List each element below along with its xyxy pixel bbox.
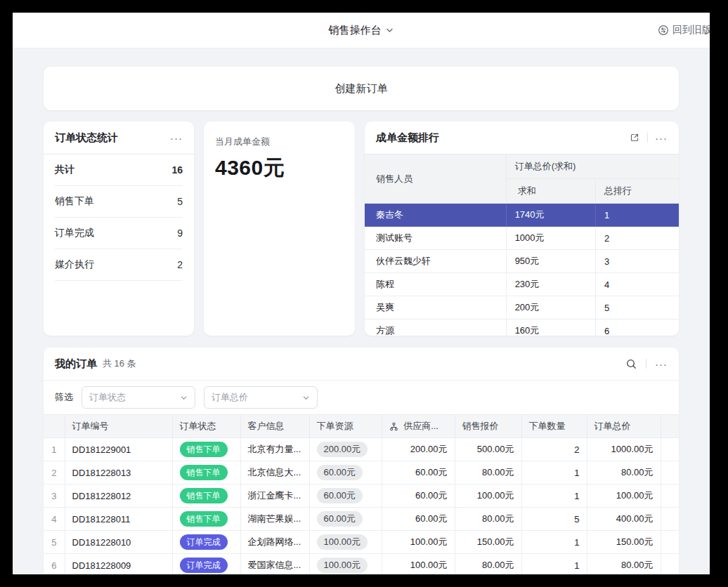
ranking-row[interactable]: 方源160元6 — [365, 319, 679, 336]
resource-badge: 100.00元 — [317, 534, 368, 550]
expand-icon[interactable] — [629, 132, 640, 143]
page-title-dropdown[interactable]: 销售操作台 — [329, 13, 394, 48]
create-order-button[interactable]: 创建新订单 — [44, 67, 679, 110]
status-badge: 订单完成 — [180, 534, 228, 550]
ranking-card: 成单金额排行 ··· 销售人员 — [365, 121, 679, 336]
ranking-sum: 200元 — [506, 296, 595, 319]
quantity-cell: 5 — [521, 508, 587, 531]
status-badge: 销售下单 — [180, 442, 228, 457]
order-status-cell: 销售下单 — [172, 484, 240, 508]
ranking-rank: 6 — [596, 319, 679, 336]
client-info-cell: 浙江金鹰卡... — [240, 484, 309, 508]
total-cell: 80.00元 — [587, 461, 661, 484]
col-quantity[interactable]: 下单数量 — [521, 415, 587, 438]
filter-order-total[interactable]: 订单总价 — [204, 386, 318, 409]
order-row[interactable]: 3DD181228012销售下单浙江金鹰卡...60.00元60.00元100.… — [44, 484, 679, 508]
col-total[interactable]: 订单总价 — [587, 415, 661, 438]
col-order-id[interactable]: 订单编号 — [65, 415, 172, 438]
ranking-person: 测试账号 — [365, 227, 506, 250]
ranking-col-person[interactable]: 销售人员 — [365, 154, 506, 204]
status-row-value: 5 — [177, 196, 183, 207]
ranking-sum: 950元 — [506, 250, 595, 273]
top-bar: 销售操作台 回到旧版 — [13, 13, 710, 48]
order-row[interactable]: 5DD181228010订单完成企划路网络...100.00元100.00元15… — [44, 531, 679, 554]
order-id-cell: DD181228009 — [65, 554, 172, 575]
my-orders-card: 我的订单 共 16 条 ··· 筛选 订单状态 — [44, 348, 679, 574]
status-row[interactable]: 媒介执行2 — [55, 249, 183, 281]
order-id-cell: DD181228010 — [65, 531, 172, 554]
order-id-cell: DD181228013 — [65, 461, 172, 484]
ranking-row[interactable]: 陈程230元4 — [365, 273, 679, 296]
order-status-list: 共计16销售下单5订单完成9媒介执行2 — [44, 154, 194, 281]
resource-badge: 200.00元 — [317, 442, 368, 457]
status-row-label: 订单完成 — [55, 227, 94, 239]
stub-cell — [661, 531, 679, 554]
ranking-person: 吴爽 — [365, 296, 506, 319]
more-menu-icon[interactable]: ··· — [655, 133, 668, 143]
order-row[interactable]: 1DD181229001销售下单北京有力量...200.00元200.00元50… — [44, 438, 679, 461]
resource-badge: 60.00元 — [317, 465, 363, 480]
stub-cell — [661, 484, 679, 508]
search-icon[interactable] — [625, 358, 637, 370]
ranking-table: 销售人员 订单总价(求和) 求和 总排行 秦吉冬1740元1测试账号1000元2… — [365, 154, 679, 336]
col-quote[interactable]: 销售报价 — [455, 415, 521, 438]
ranking-col-group[interactable]: 订单总价(求和) — [506, 154, 679, 179]
col-resource[interactable]: 下单资源 — [309, 415, 382, 438]
ranking-person: 伙伴云魏少轩 — [365, 250, 506, 273]
ranking-rank: 3 — [596, 250, 679, 273]
client-info-cell: 北京信息大... — [240, 461, 309, 484]
stub-cell — [661, 438, 679, 461]
status-row-label: 销售下单 — [55, 195, 94, 208]
app-window: 销售操作台 回到旧版 创建新订单 订单状态统计 ··· 共计16销售下单5订单 — [13, 13, 710, 574]
create-order-label: 创建新订单 — [335, 82, 388, 95]
status-row[interactable]: 共计16 — [55, 154, 183, 186]
resource-cell: 60.00元 — [309, 461, 382, 484]
ranking-card-title: 成单金额排行 — [376, 131, 439, 145]
total-cell: 400.00元 — [587, 508, 661, 531]
col-client-info[interactable]: 客户信息 — [240, 415, 309, 438]
ranking-row[interactable]: 测试账号1000元2 — [365, 227, 679, 250]
filter-order-status[interactable]: 订单状态 — [82, 386, 195, 409]
ranking-sum: 1000元 — [506, 227, 595, 250]
order-row-number: 2 — [44, 461, 65, 484]
ranking-rank: 5 — [596, 296, 679, 319]
more-menu-icon[interactable]: ··· — [655, 359, 668, 369]
quote-cell: 150.00元 — [455, 531, 521, 554]
more-menu-icon[interactable]: ··· — [170, 133, 183, 143]
order-row[interactable]: 2DD181228013销售下单北京信息大...60.00元60.00元80.0… — [44, 461, 679, 484]
org-chart-icon — [389, 422, 398, 431]
ranking-row[interactable]: 吴爽200元5 — [365, 296, 679, 319]
status-row[interactable]: 销售下单5 — [55, 186, 183, 218]
ranking-row[interactable]: 伙伴云魏少轩950元3 — [365, 250, 679, 273]
col-order-status[interactable]: 订单状态 — [172, 415, 240, 438]
stats-row: 订单状态统计 ··· 共计16销售下单5订单完成9媒介执行2 当月成单金额 43… — [44, 121, 679, 336]
order-row[interactable]: 6DD181228009订单完成爱国家信息...100.00元100.00元80… — [44, 554, 679, 575]
ranking-rank: 2 — [596, 227, 679, 250]
status-row[interactable]: 订单完成9 — [55, 218, 183, 249]
dashboard-main: 创建新订单 订单状态统计 ··· 共计16销售下单5订单完成9媒介执行2 当月成… — [13, 67, 710, 574]
order-row-number: 4 — [44, 508, 65, 531]
supplier-cell: 60.00元 — [382, 461, 455, 484]
chevron-down-icon — [302, 394, 310, 402]
ranking-sum: 230元 — [506, 273, 595, 296]
order-status-cell: 销售下单 — [172, 508, 240, 531]
quote-cell: 80.00元 — [455, 508, 521, 531]
ranking-person: 陈程 — [365, 273, 506, 296]
resource-cell: 200.00元 — [309, 438, 382, 461]
orders-table: 订单编号 订单状态 客户信息 下单资源 供应商... — [44, 414, 679, 574]
back-to-old-button[interactable]: 回到旧版 — [658, 13, 710, 48]
order-row-number: 1 — [44, 438, 65, 461]
quote-cell: 500.00元 — [455, 438, 521, 461]
ranking-row[interactable]: 秦吉冬1740元1 — [365, 204, 679, 227]
status-row-value: 2 — [177, 259, 183, 270]
ranking-sum: 1740元 — [506, 204, 595, 227]
col-supplier[interactable]: 供应商... — [382, 415, 455, 438]
ranking-col-sum[interactable]: 求和 — [506, 179, 595, 204]
order-row[interactable]: 4DD181228011销售下单湖南芒果娱...60.00元60.00元80.0… — [44, 508, 679, 531]
page-title: 销售操作台 — [329, 24, 382, 37]
supplier-cell: 100.00元 — [382, 554, 455, 575]
stub-cell — [661, 461, 679, 484]
ranking-col-rank[interactable]: 总排行 — [596, 179, 679, 204]
stub-cell — [661, 554, 679, 575]
order-id-cell: DD181228011 — [65, 508, 172, 531]
